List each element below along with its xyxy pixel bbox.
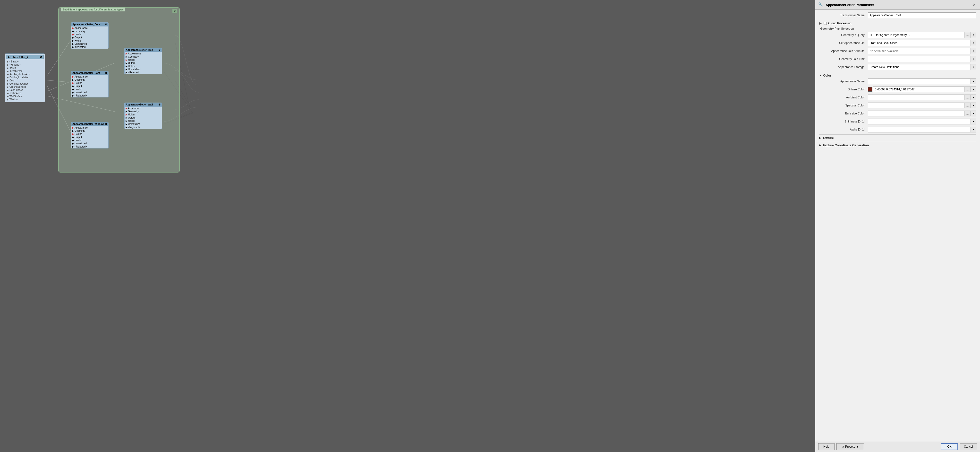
specular-color-row: Specular Color: ... ▼: [819, 102, 976, 109]
group-settings-btn[interactable]: ⚙: [172, 9, 177, 13]
texture-coord-section-header[interactable]: ▶ Texture Coordinate Generation: [819, 142, 976, 148]
door-port-appearance-in: ▶ Appearance: [71, 27, 108, 30]
appearance-name-dropdown-btn[interactable]: ▼: [971, 78, 976, 84]
door-port-rejected: ▶ <Rejected>: [71, 45, 108, 49]
appearance-join-dropdown-btn[interactable]: ▼: [971, 48, 976, 54]
geometry-xquery-input[interactable]: [875, 32, 964, 38]
node-port-unfiltered: ▶ <Unfiltered>: [6, 70, 44, 73]
group-processing-label: Group Processing: [828, 22, 851, 25]
geometry-part-label: Geometry Part Selection: [819, 27, 976, 30]
specular-color-ellipsis-btn[interactable]: ...: [964, 102, 971, 109]
set-appearance-dropdown-btn[interactable]: ▼: [971, 40, 976, 46]
group-processing-checkbox[interactable]: [824, 22, 827, 25]
alpha-label: Alpha [0, 1]:: [819, 128, 868, 131]
geometry-join-input[interactable]: [868, 56, 971, 62]
ambient-color-ellipsis-btn[interactable]: ...: [964, 94, 971, 101]
appearance-setter-door-node[interactable]: AppearanceSetter_Door ⚙ ▶ Appearance ▶ G…: [71, 22, 108, 49]
appearance-setter-window-node[interactable]: AppearanceSetter_Window ⚙ ▶ Appearance ▶…: [71, 122, 108, 149]
cancel-button[interactable]: Cancel: [960, 443, 977, 450]
set-appearance-row: Set Appearance On: Front and Back Sides …: [819, 40, 976, 46]
diffuse-color-label: Diffuse Color:: [819, 88, 868, 91]
appearance-storage-row: Appearance Storage: Create New Definitio…: [819, 64, 976, 70]
set-appearance-select[interactable]: Front and Back Sides: [868, 40, 971, 46]
shininess-row: Shininess [0, 1]: ▼: [819, 118, 976, 125]
node-port-generic: ▶ GenericCityObject: [6, 82, 44, 85]
appearance-join-input[interactable]: [868, 48, 971, 54]
node-port-door: ▶ Door: [6, 79, 44, 82]
geometry-xquery-label: Geometry XQuery:: [819, 33, 868, 37]
emissive-color-label: Emissive Color:: [819, 112, 868, 115]
appearance-storage-select[interactable]: Create New Definitions: [868, 64, 971, 70]
emissive-color-input-group: ... ▼: [868, 110, 976, 117]
window-port-unmatched: ▶ Unmatched: [71, 142, 108, 145]
dialog-title-icon: 🔧: [818, 2, 824, 8]
appearance-name-label: Appearance Name:: [819, 80, 868, 83]
node-port-wall: ▶ WallSurface: [6, 95, 44, 98]
presets-icon: ⚙: [842, 445, 844, 448]
close-button[interactable]: ✕: [971, 2, 977, 8]
window-node-title[interactable]: AppearanceSetter_Window ⚙: [71, 122, 108, 126]
color-section-label: Color: [823, 73, 831, 77]
geometry-xquery-ellipsis-btn[interactable]: ...: [964, 32, 971, 38]
appearance-setter-roof-node[interactable]: AppearanceSetter_Roof ⚙ ▶ Appearance ▶ G…: [71, 71, 108, 97]
presets-button[interactable]: ⚙ Presets ▼: [837, 443, 864, 450]
ambient-color-row: Ambient Color: ... ▼: [819, 94, 976, 101]
group-processing-checkbox-row: Group Processing: [824, 22, 851, 25]
group-processing-arrow[interactable]: ▶: [819, 21, 822, 25]
roof-port-geometry: ▶ Geometry: [71, 78, 108, 81]
group-title: Set different appearances for different …: [61, 8, 125, 11]
window-port-holder-in: ▶ Holder: [71, 133, 108, 136]
roof-port-output: ▶ Output: [71, 85, 108, 88]
alpha-input[interactable]: [868, 126, 971, 133]
node-port-window: ▶ Window: [6, 98, 44, 101]
color-section-arrow: ▼: [819, 74, 822, 77]
dialog-body: Transformer Name: ▶ Group Processing Geo…: [815, 10, 980, 441]
transformer-name-input[interactable]: [868, 13, 976, 18]
diffuse-color-dropdown-btn[interactable]: ▼: [971, 86, 976, 93]
node-port-null: ▶ <Null>: [6, 66, 44, 70]
appearance-setter-wall-node[interactable]: AppearanceSetter_Wall ⚙ ▶ Appearance ▶ G…: [124, 102, 162, 129]
specular-color-input[interactable]: [868, 102, 964, 109]
geometry-join-dropdown-btn[interactable]: ▼: [971, 56, 976, 62]
appearance-setter-tree-node[interactable]: AppearanceSetter_Tree ⚙ ▶ Appearance ▶ G…: [124, 48, 162, 74]
shininess-input[interactable]: [868, 118, 971, 125]
appearance-storage-dropdown-btn[interactable]: ▼: [971, 64, 976, 70]
geometry-xquery-dropdown-btn[interactable]: ▼: [971, 32, 976, 38]
alpha-dropdown-btn[interactable]: ▼: [971, 126, 976, 133]
color-section-header[interactable]: ▼ Color: [819, 72, 976, 78]
attribute-filter-node[interactable]: AttributeFilter_2 ⚙ ▶ <Empty> ▶ <Missing…: [5, 53, 45, 102]
diffuse-color-input[interactable]: [873, 86, 964, 93]
emissive-color-input[interactable]: [868, 110, 964, 117]
help-button[interactable]: Help: [818, 443, 835, 450]
geometry-xquery-icon: ≡: [870, 33, 872, 37]
presets-label: Presets: [845, 445, 855, 448]
group-container: Set different appearances for different …: [58, 7, 180, 172]
diffuse-color-ellipsis-btn[interactable]: ...: [964, 86, 971, 93]
emissive-color-dropdown-btn[interactable]: ▼: [971, 110, 976, 117]
emissive-color-ellipsis-btn[interactable]: ...: [964, 110, 971, 117]
ambient-color-dropdown-btn[interactable]: ▼: [971, 94, 976, 101]
ambient-color-label: Ambient Color:: [819, 96, 868, 99]
diffuse-color-swatch[interactable]: [868, 87, 872, 92]
door-node-title[interactable]: AppearanceSetter_Door ⚙: [71, 22, 108, 27]
ambient-color-input[interactable]: [868, 94, 964, 101]
wall-port-unmatched: ▶ Unmatched: [125, 123, 162, 126]
roof-node-title[interactable]: AppearanceSetter_Roof ⚙: [71, 71, 108, 75]
appearance-storage-label: Appearance Storage:: [819, 65, 868, 69]
texture-section-header[interactable]: ▶ Texture: [819, 134, 976, 141]
dialog-titlebar: 🔧 AppearanceSetter Parameters ✕: [815, 0, 980, 10]
roof-port-holder-out: ▶ Holder: [71, 88, 108, 91]
window-port-holder-out: ▶ Holder: [71, 139, 108, 142]
tree-port-holder-in: ▶ Holder: [125, 58, 162, 61]
window-port-geometry: ▶ Geometry: [71, 129, 108, 133]
appearance-name-row: Appearance Name: ▼: [819, 78, 976, 85]
texture-section-label: Texture: [822, 136, 834, 140]
wall-node-title[interactable]: AppearanceSetter_Wall ⚙: [125, 103, 162, 107]
tree-node-title[interactable]: AppearanceSetter_Tree ⚙: [125, 48, 162, 52]
shininess-dropdown-btn[interactable]: ▼: [971, 118, 976, 125]
specular-color-dropdown-btn[interactable]: ▼: [971, 102, 976, 109]
shininess-input-group: ▼: [868, 118, 976, 125]
appearance-name-input[interactable]: [868, 78, 971, 84]
attribute-filter-title[interactable]: AttributeFilter_2 ⚙: [6, 55, 44, 59]
ok-button[interactable]: OK: [941, 443, 958, 450]
